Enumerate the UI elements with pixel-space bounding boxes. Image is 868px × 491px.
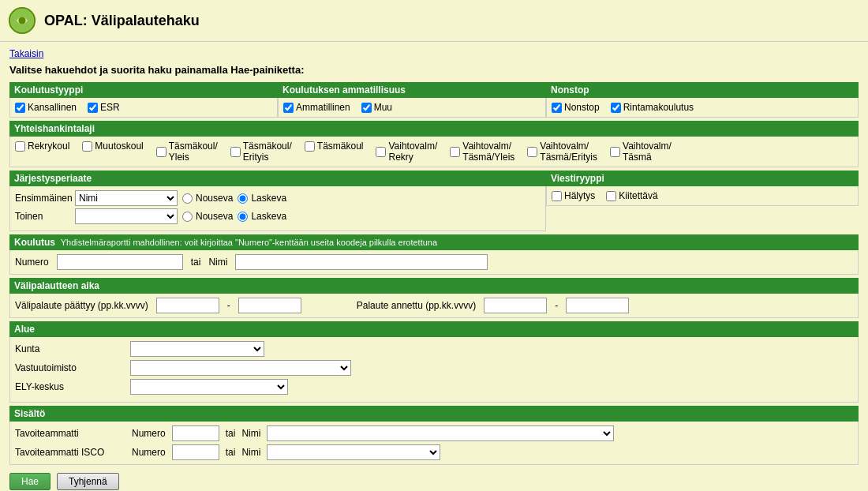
rekrykoul-checkbox[interactable]: [15, 141, 25, 152]
muutoskoul-label: Muutoskoul: [95, 141, 143, 152]
vaihtovalm-tasma-label: Vaihtovalm/Täsmä: [623, 141, 672, 163]
back-link[interactable]: Takaisin: [9, 48, 43, 59]
vaihtovalm-tasma-erityis-label: Vaihtovalm/Täsmä/Erityis: [540, 141, 597, 163]
vaihtovalm-rekry-item: Vaihtovalm/Rekry: [376, 141, 437, 163]
tasma-koul-checkbox[interactable]: [305, 141, 315, 152]
ammatillinen-checkbox[interactable]: [283, 103, 294, 113]
toinen-nouseva-group: Nouseva: [182, 211, 233, 222]
ensimmainen-nouseva-radio[interactable]: [182, 193, 193, 204]
tasma-erityis-label: Täsmäkoul/Erityis: [243, 141, 292, 163]
yhteishankintalaji-section: Yhteishankintalaji Rekrykoul Muutoskoul …: [9, 121, 859, 167]
nonstop-checkbox[interactable]: [552, 103, 562, 113]
hae-button[interactable]: Hae: [9, 473, 51, 490]
palaute-from-input[interactable]: [484, 298, 547, 313]
rintamakoulutus-item: Rintamakoulutus: [611, 102, 694, 113]
sisalto-body: Tavoiteammatti Numero tai Nimi Tavoiteam…: [9, 422, 859, 465]
muu-checkbox[interactable]: [361, 103, 372, 113]
vaihtovalm-rekry-checkbox[interactable]: [376, 147, 386, 157]
koulutus-header-text: Koulutus: [14, 237, 55, 248]
jarjestys-row-2: Toinen Nouseva Laskeva: [15, 208, 541, 224]
tavoiteammatti-isco-numero-input[interactable]: [172, 444, 219, 460]
vaihtovalm-tasma-erityis-checkbox[interactable]: [527, 147, 537, 157]
halytys-item: Hälytys: [552, 190, 595, 201]
tavoiteammatti-nimi-select[interactable]: [267, 425, 614, 441]
nouseva-1-label: Nouseva: [196, 193, 233, 204]
halytys-label: Hälytys: [564, 190, 595, 201]
toinen-select[interactable]: [75, 208, 178, 224]
tavoiteammatti-numero-input[interactable]: [172, 425, 219, 441]
main-content: Takaisin Valitse hakuehdot ja suorita ha…: [0, 42, 868, 491]
muu-item: Muu: [361, 102, 392, 113]
koulutus-nimi-input[interactable]: [235, 254, 488, 270]
tavoiteammatti-numero-label: Numero: [132, 428, 166, 439]
nonstop-label: Nonstop: [564, 102, 600, 113]
esr-item: ESR: [88, 102, 120, 113]
alue-body: Kunta Vastuutoimisto ELY-keskus: [9, 337, 859, 403]
tyhjenna-button[interactable]: Tyhjennä: [57, 473, 119, 490]
alue-header: Alue: [9, 321, 859, 337]
vaihtovalm-tasma-yleis-item: Vaihtovalm/Täsmä/Yleis: [450, 141, 514, 163]
kansallinen-checkbox[interactable]: [15, 103, 25, 113]
ammatillisuus-header: Koulutuksen ammatillisuus: [278, 82, 546, 98]
tavoiteammatti-isco-label: Tavoiteammatti ISCO: [15, 447, 125, 458]
toinen-laskeva-group: Laskeva: [238, 211, 286, 222]
toinen-nouseva-radio[interactable]: [182, 212, 193, 222]
kansallinen-label: Kansallinen: [28, 102, 77, 113]
koulutustyyppi-section: Koulutustyyppi Kansallinen ESR: [9, 82, 278, 118]
viestiryyppi-section: Viestiryyppi Hälytys Kiitettävä: [546, 171, 859, 231]
muu-label: Muu: [374, 102, 392, 113]
top-sections-row: Koulutustyyppi Kansallinen ESR Koulutuks…: [9, 82, 859, 118]
muutoskoul-checkbox[interactable]: [82, 141, 92, 152]
nimi-label-koulutus: Nimi: [208, 257, 227, 268]
tasma-koul-label: Täsmäkoul: [317, 141, 364, 152]
ammatillisuus-body: Ammatillinen Muu: [278, 98, 546, 118]
rekrykoul-item: Rekrykoul: [15, 141, 69, 152]
ensimmainen-select[interactable]: Nimi: [75, 190, 178, 206]
palaute-to-input[interactable]: [566, 298, 629, 313]
tasma-erityis-checkbox[interactable]: [230, 147, 241, 157]
rekrykoul-label: Rekrykoul: [28, 141, 69, 152]
sisalto-header: Sisältö: [9, 406, 859, 422]
tavoiteammatti-row: Tavoiteammatti Numero tai Nimi: [15, 425, 853, 441]
ammatillinen-label: Ammatillinen: [296, 102, 350, 113]
vaihtovalm-tasma-yleis-label: Vaihtovalm/Täsmä/Yleis: [462, 141, 514, 163]
jarjestys-section: Järjestysperiaate Ensimmäinen Nimi Nouse…: [9, 171, 546, 231]
app-header: OPAL: Välipalautehaku: [0, 0, 868, 42]
paattyy-from-input[interactable]: [156, 298, 219, 313]
ensimmainen-label: Ensimmäinen: [15, 193, 70, 204]
tavoiteammatti-isco-numero-label: Numero: [132, 447, 166, 458]
sisalto-section: Sisältö Tavoiteammatti Numero tai Nimi T…: [9, 406, 859, 465]
koulutustyyppi-row: Kansallinen ESR: [15, 102, 272, 113]
vaihtovalm-tasma-yleis-checkbox[interactable]: [450, 147, 460, 157]
kunta-select[interactable]: [130, 341, 264, 357]
nonstop-section: Nonstop Nonstop Rintamakoulutus: [546, 82, 859, 118]
nouseva-2-label: Nouseva: [196, 211, 233, 222]
button-row: Hae Tyhjennä: [9, 468, 859, 491]
jarjestys-row-1: Ensimmäinen Nimi Nouseva Laskeva: [15, 190, 541, 206]
vastuutoimisto-row: Vastuutoimisto: [15, 360, 853, 376]
kiitettava-checkbox[interactable]: [606, 191, 616, 201]
yhteishankintalaji-header: Yhteishankintalaji: [9, 121, 859, 137]
paattyy-to-input[interactable]: [238, 298, 301, 313]
ely-select[interactable]: [130, 379, 288, 395]
ensimmainen-laskeva-radio[interactable]: [238, 193, 248, 204]
tavoiteammatti-isco-nimi-select[interactable]: [267, 444, 440, 460]
vaihtovalm-tasma-checkbox[interactable]: [610, 147, 620, 157]
rintamakoulutus-checkbox[interactable]: [611, 103, 621, 113]
valipalautteen-aika-section: Välipalautteen aika Välipalaute päättyy …: [9, 278, 859, 318]
vaihtovalm-tasma-item: Vaihtovalm/Täsmä: [610, 141, 672, 163]
toinen-laskeva-radio[interactable]: [238, 212, 248, 222]
valipalautteen-aika-header: Välipalautteen aika: [9, 278, 859, 294]
tavoiteammatti-isco-tai: tai: [226, 447, 236, 458]
koulutus-numero-input[interactable]: [57, 254, 183, 270]
valipalautteen-aika-body: Välipalaute päättyy (pp.kk.vvvv) - Palau…: [9, 294, 859, 318]
esr-checkbox[interactable]: [88, 103, 98, 113]
tasma-yleis-checkbox[interactable]: [156, 147, 166, 157]
jarjestys-viesti-row: Järjestysperiaate Ensimmäinen Nimi Nouse…: [9, 171, 859, 231]
instruction-text: Valitse hakuehdot ja suorita haku painam…: [9, 64, 859, 76]
halytys-checkbox[interactable]: [552, 191, 562, 201]
toinen-label: Toinen: [15, 211, 70, 222]
valipalautteen-aika-row: Välipalaute päättyy (pp.kk.vvvv) - Palau…: [15, 298, 853, 313]
opal-logo: [8, 6, 36, 35]
vastuutoimisto-select[interactable]: [130, 360, 351, 376]
